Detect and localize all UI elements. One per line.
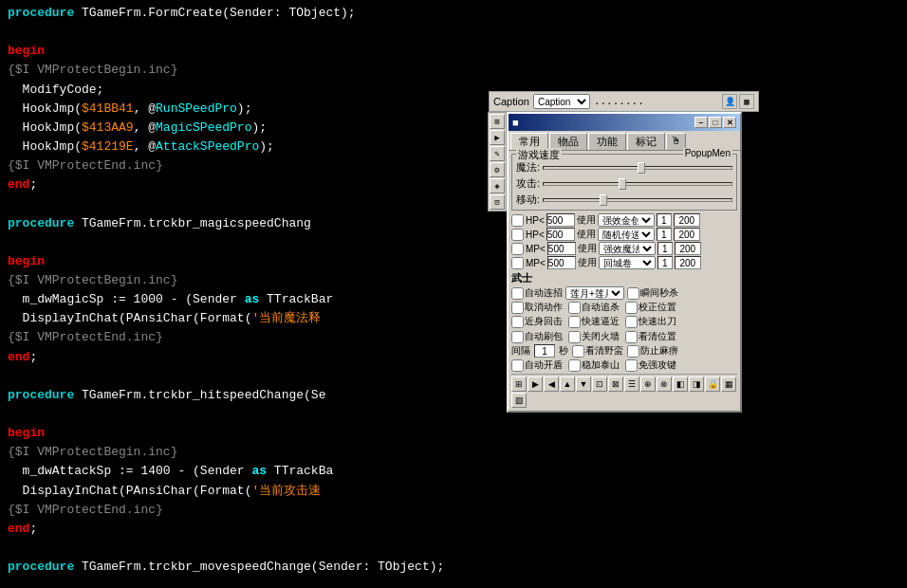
mp-num-4[interactable] — [657, 256, 673, 269]
wu-check-zhuidie[interactable]: 自动追杀 — [568, 301, 620, 314]
hp-value-2[interactable] — [546, 228, 575, 241]
hp-max-1[interactable] — [674, 213, 700, 227]
mp-max-4[interactable] — [675, 256, 701, 269]
caption-toolbar: Caption Caption ........ 👤 ▦ — [489, 91, 759, 112]
wu-check-miaosha[interactable]: 瞬间秒杀 — [627, 286, 678, 300]
btn-12[interactable]: ◨ — [689, 377, 704, 392]
check-mianjian[interactable]: 免强攻键 — [625, 358, 676, 372]
btn-grid-r[interactable]: ▦ — [721, 377, 736, 392]
wu-check-jinshen[interactable]: 近身回击 — [511, 315, 563, 328]
hp-select-2[interactable]: 随机传送卷 — [598, 228, 655, 241]
hp-max-2[interactable] — [674, 228, 700, 241]
check-huoquan[interactable]: 关闭火墙 — [568, 330, 620, 343]
cb-wenjia[interactable] — [568, 359, 581, 372]
btn-6[interactable]: ⊡ — [592, 377, 607, 392]
cb-shuabao[interactable] — [511, 331, 524, 343]
cb-kaidun[interactable] — [511, 359, 524, 372]
toolbar-btn-3[interactable]: ✎ — [490, 146, 505, 161]
btn-5[interactable]: ▼ — [576, 377, 591, 392]
bottom-toolbar: ⊞ ▶ ◀ ▲ ▼ ⊡ ⊠ ☰ ⊕ ⊗ ◧ ◨ 🔒 ▦ ▧ — [511, 374, 737, 408]
toolbar-btn-4[interactable]: ⚙ — [490, 162, 505, 177]
hp-num-2[interactable] — [657, 228, 672, 241]
cb-yeman[interactable] — [572, 345, 584, 358]
caption-dots: ........ — [594, 96, 644, 107]
btn-2[interactable]: ▶ — [528, 377, 543, 392]
wu-row-2: 取消动作 自动追杀 校正位置 — [511, 301, 737, 314]
slider-track-move[interactable] — [543, 193, 732, 207]
btn-7[interactable]: ⊠ — [608, 377, 623, 392]
code-editor: procedure TGameFrm.FormCreate(Sender: TO… — [0, 0, 907, 588]
mp-prefix-4: MP< — [526, 258, 546, 268]
check-kaidun[interactable]: 自动开盾 — [511, 358, 563, 372]
tab-biaoji[interactable]: 标记 — [627, 133, 665, 150]
code-line-3: begin — [8, 42, 899, 61]
hp-row-2: HP< 使用 随机传送卷 — [511, 228, 737, 241]
mp-value-3[interactable] — [547, 242, 576, 255]
icon-person[interactable]: 👤 — [722, 94, 737, 109]
mp-check-3[interactable] — [511, 243, 524, 255]
cb-weizhi[interactable] — [625, 331, 638, 343]
check-wenjia[interactable]: 稳加泰山 — [568, 358, 620, 372]
wu-check-chudao[interactable]: 快速出刀 — [625, 315, 676, 328]
hp-check-2[interactable] — [511, 229, 524, 241]
mp-select-4[interactable]: 回城卷 — [599, 256, 656, 269]
tab-gongneng[interactable]: 功能 — [588, 133, 626, 150]
wu-cb-lianzhao[interactable] — [511, 287, 524, 300]
wu-check-quxiao[interactable]: 取消动作 — [511, 301, 563, 314]
popup-menu-label: PopupMen — [683, 148, 732, 158]
toolbar-btn-6[interactable]: ⊡ — [490, 194, 505, 210]
wu-cb-quxiao[interactable] — [511, 302, 524, 314]
btn-lock[interactable]: 🔒 — [705, 377, 720, 392]
wu-select-combo[interactable]: 莲月+莲月 — [565, 286, 624, 300]
btn-11[interactable]: ◧ — [673, 377, 688, 392]
mp-num-3[interactable] — [657, 242, 673, 255]
wu-check-jiaozheng[interactable]: 校正位置 — [625, 301, 676, 314]
toolbar-btn-2[interactable]: ▶ — [490, 130, 505, 145]
cb-mabi[interactable] — [627, 345, 639, 358]
wu-cb-kuaisu[interactable] — [568, 316, 581, 328]
slider-track-magic[interactable] — [543, 161, 732, 175]
toolbar-btn-1[interactable]: ⊞ — [490, 114, 505, 129]
close-button[interactable]: ✕ — [723, 117, 736, 128]
wu-check-lianzhao[interactable]: 自动连招 — [511, 286, 563, 300]
check-weizhi[interactable]: 看清位置 — [625, 330, 676, 343]
hp-select-1[interactable]: 强效金创碧 — [598, 213, 655, 227]
cb-mianjian[interactable] — [625, 359, 638, 372]
btn-10[interactable]: ⊗ — [657, 377, 672, 392]
wu-cb-jinshen[interactable] — [511, 316, 524, 328]
wu-check-kuaisu[interactable]: 快速逼近 — [568, 315, 620, 328]
btn-1[interactable]: ⊞ — [511, 377, 527, 392]
wu-cb-jiaozheng[interactable] — [625, 302, 638, 314]
interval-input[interactable] — [534, 344, 555, 358]
hp-use-1: 使用 — [577, 213, 596, 227]
btn-grid-b[interactable]: ▧ — [511, 393, 527, 408]
wu-cb-miaosha[interactable] — [627, 287, 639, 300]
code-line-30: procedure TGameFrm.trckbr_movespeedChang… — [8, 558, 899, 577]
slider-track-attack[interactable] — [543, 177, 732, 191]
check-mabi[interactable]: 防止麻痹 — [627, 344, 678, 358]
icon-grid[interactable]: ▦ — [739, 94, 754, 109]
btn-4[interactable]: ▲ — [560, 377, 575, 392]
mp-use-3: 使用 — [578, 242, 597, 255]
btn-9[interactable]: ⊕ — [640, 377, 656, 392]
mp-select-3[interactable]: 强效魔法芝 — [599, 242, 656, 255]
check-shuabao[interactable]: 自动刷包 — [511, 330, 563, 343]
btn-8[interactable]: ☰ — [624, 377, 639, 392]
code-line-13 — [8, 233, 899, 252]
btn-3[interactable]: ◀ — [544, 377, 559, 392]
hp-value-1[interactable] — [546, 213, 575, 227]
maximize-button[interactable]: □ — [709, 117, 722, 128]
caption-dropdown[interactable]: Caption — [533, 94, 590, 109]
check-yeman[interactable]: 看清野蛮 — [572, 344, 623, 358]
toolbar-btn-5[interactable]: ◈ — [490, 178, 505, 193]
minimize-button[interactable]: − — [694, 117, 708, 128]
mp-value-4[interactable] — [547, 256, 576, 269]
wu-cb-zhuidie[interactable] — [568, 302, 581, 314]
interval-unit: 秒 — [559, 344, 568, 358]
hp-check-1[interactable] — [511, 214, 524, 227]
mp-max-3[interactable] — [675, 242, 701, 255]
cb-huoquan[interactable] — [568, 331, 581, 343]
mp-check-4[interactable] — [511, 257, 524, 269]
hp-num-1[interactable] — [657, 213, 672, 227]
wu-cb-chudao[interactable] — [625, 316, 638, 328]
